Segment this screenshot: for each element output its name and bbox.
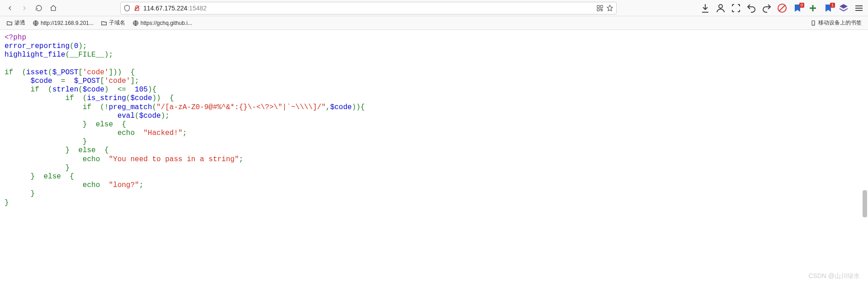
svg-point-5: [719, 5, 722, 8]
layers-icon[interactable]: [838, 3, 849, 14]
fn-eval: eval: [118, 112, 135, 120]
ext-badge: 1: [830, 3, 835, 8]
bookmark-link[interactable]: https://gchq.github.i...: [130, 19, 195, 28]
shield-icon[interactable]: [123, 5, 131, 12]
notify-badge: 0: [799, 3, 804, 8]
kw-echo: echo: [118, 129, 135, 137]
toolbar-right: 0 1: [700, 3, 864, 14]
page-content: <?php error_reporting(0); highlight_file…: [0, 30, 868, 211]
str: 'code': [83, 68, 109, 77]
redo-icon[interactable]: [761, 3, 772, 14]
str: "Hacked!": [143, 129, 182, 137]
kw-else: else: [78, 146, 95, 154]
bookmark-folder[interactable]: 子域名: [98, 18, 128, 28]
svg-rect-4: [597, 9, 599, 11]
kw-if: if: [31, 86, 39, 94]
fn-strlen: strlen: [52, 86, 79, 94]
bookmark-star-icon[interactable]: [606, 5, 613, 12]
add-extension-icon[interactable]: [807, 3, 818, 14]
fn-is-string: is_string: [87, 94, 126, 102]
var-code: $code: [139, 112, 161, 120]
arg: __FILE__: [70, 51, 104, 59]
kw-echo: echo: [83, 155, 100, 163]
bookmark-label: https://gchq.github.i...: [141, 20, 192, 26]
kw-if: if: [65, 94, 74, 102]
bookmark-folder[interactable]: 渗透: [4, 18, 28, 28]
notify-icon[interactable]: 0: [792, 3, 803, 14]
arg: 0: [74, 42, 79, 50]
var-code: $code: [130, 94, 152, 102]
kw-if: if: [83, 103, 91, 111]
str-regex: "/[a-zA-Z0-9@#%^&*:{}\-<\?>\"|`~\\\\]/": [156, 103, 326, 111]
address-bar[interactable]: 114.67.175.224:15482: [120, 2, 617, 14]
back-button[interactable]: [4, 2, 16, 14]
fn-error-reporting: error_reporting: [5, 42, 70, 50]
forward-button[interactable]: [18, 2, 31, 14]
screenshot-icon[interactable]: [731, 3, 741, 14]
bookmark-label: 移动设备上的书签: [818, 19, 862, 27]
reload-button[interactable]: [33, 2, 45, 14]
scrollbar-thumb[interactable]: [863, 190, 867, 211]
block-icon[interactable]: [777, 3, 788, 14]
var-code: $code: [83, 86, 104, 94]
str: "You need to pass in a string": [108, 155, 239, 163]
str: "long?": [108, 181, 139, 189]
qr-icon[interactable]: [596, 5, 604, 12]
var-code: $code: [330, 103, 352, 111]
bookmark-bar: 渗透 http://192.168.9.201... 子域名 https://g…: [0, 16, 868, 30]
kw-else: else: [43, 173, 61, 181]
fn-highlight-file: highlight_file: [5, 51, 65, 59]
kw-if: if: [5, 68, 13, 77]
bookmark-label: 子域名: [109, 19, 125, 27]
num: 105: [135, 86, 148, 94]
fn-preg-match: preg_match: [108, 103, 152, 111]
svg-rect-3: [600, 5, 603, 8]
svg-rect-2: [597, 5, 599, 8]
fn-isset: isset: [26, 68, 48, 77]
bookmark-label: http://192.168.9.201...: [41, 20, 94, 26]
bookmark-link[interactable]: http://192.168.9.201...: [30, 19, 96, 28]
insecure-lock-icon[interactable]: [133, 5, 141, 12]
undo-icon[interactable]: [746, 3, 757, 14]
var-post: $_POST: [52, 68, 79, 77]
browser-toolbar: 114.67.175.224:15482 0 1: [0, 0, 868, 16]
php-open-tag: <?php: [5, 34, 26, 42]
account-icon[interactable]: [715, 3, 726, 14]
str: 'code': [104, 77, 131, 85]
var-code: $code: [31, 77, 52, 85]
var-post: $_POST: [74, 77, 100, 85]
url-text: 114.67.175.224:15482: [143, 5, 594, 12]
downloads-icon[interactable]: [700, 3, 711, 14]
extension-icon[interactable]: 1: [823, 3, 834, 14]
svg-line-7: [779, 5, 785, 11]
home-button[interactable]: [47, 2, 60, 14]
bookmark-label: 渗透: [14, 19, 25, 27]
menu-icon[interactable]: [854, 3, 864, 14]
kw-echo: echo: [83, 181, 100, 189]
mobile-bookmarks[interactable]: 移动设备上的书签: [807, 18, 864, 28]
kw-else: else: [96, 120, 113, 129]
